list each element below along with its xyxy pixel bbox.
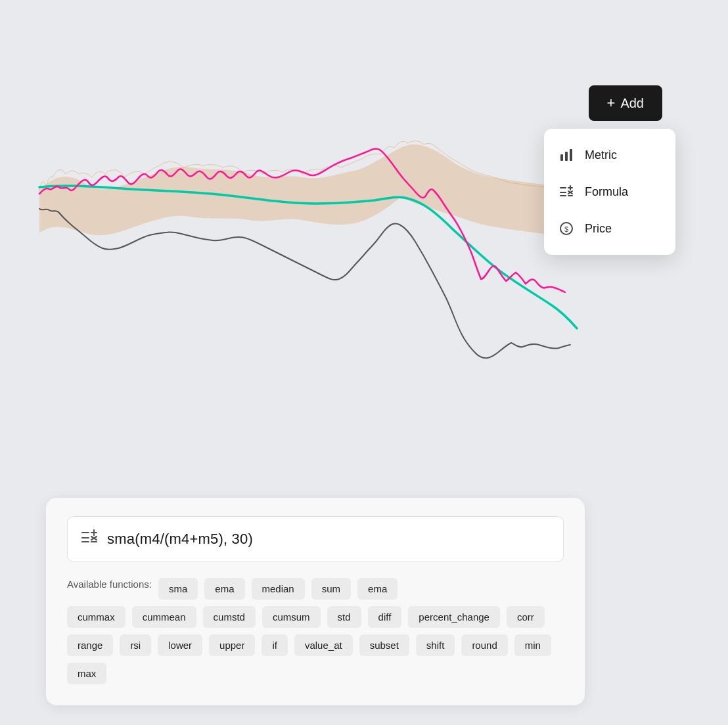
function-tag-percent-change[interactable]: percent_change (408, 606, 500, 628)
function-tag-ema[interactable]: ema (357, 578, 398, 600)
metric-label: Metric (585, 148, 617, 162)
function-tag-min[interactable]: min (514, 634, 551, 656)
function-tag-median[interactable]: median (252, 578, 305, 600)
formula-input-icon (81, 529, 98, 550)
formula-panel: sma(m4/(m4+m5), 30) Available functions:… (46, 498, 585, 705)
dropdown-item-price[interactable]: $ Price (544, 210, 675, 247)
formula-value: sma(m4/(m4+m5), 30) (107, 531, 253, 548)
function-tag-lower[interactable]: lower (158, 634, 202, 656)
available-label: Available functions: (67, 579, 152, 590)
function-tag-std[interactable]: std (327, 606, 361, 628)
dropdown-menu: Metric Formula $ Price (544, 129, 675, 255)
price-label: Price (585, 222, 612, 236)
function-tag-cumsum[interactable]: cumsum (262, 606, 321, 628)
add-button[interactable]: + Add (589, 85, 662, 121)
chart-svg (0, 39, 591, 433)
function-tag-subset[interactable]: subset (359, 634, 409, 656)
formula-input-box[interactable]: sma(m4/(m4+m5), 30) (67, 516, 564, 562)
function-tag-corr[interactable]: corr (507, 606, 545, 628)
function-tag-sma[interactable]: sma (158, 578, 198, 600)
svg-rect-1 (560, 154, 563, 161)
function-tag-rsi[interactable]: rsi (120, 634, 151, 656)
function-tag-cummax[interactable]: cummax (67, 606, 125, 628)
plus-icon: + (607, 95, 616, 112)
bar-chart-icon (557, 146, 576, 164)
svg-text:$: $ (564, 225, 568, 233)
function-tag-value-at[interactable]: value_at (294, 634, 353, 656)
function-tag-round[interactable]: round (461, 634, 507, 656)
svg-rect-0 (0, 46, 591, 427)
function-tag-upper[interactable]: upper (209, 634, 255, 656)
add-button-label: Add (620, 96, 644, 111)
dropdown-item-metric[interactable]: Metric (544, 137, 675, 173)
formula-label: Formula (585, 185, 628, 199)
dropdown-item-formula[interactable]: Formula (544, 173, 675, 210)
functions-row: cummaxcummeancumstdcumsumstddiffpercent_… (67, 606, 564, 684)
function-tag-max[interactable]: max (67, 663, 106, 684)
svg-rect-3 (570, 149, 572, 161)
price-icon: $ (557, 219, 576, 238)
function-tag-shift[interactable]: shift (416, 634, 455, 656)
function-tag-diff[interactable]: diff (368, 606, 402, 628)
function-tag-if[interactable]: if (262, 634, 288, 656)
function-tag-sum[interactable]: sum (311, 578, 351, 600)
formula-icon (557, 183, 576, 201)
function-tag-cummean[interactable]: cummean (132, 606, 196, 628)
function-tag-ema[interactable]: ema (204, 578, 244, 600)
svg-rect-2 (565, 152, 568, 161)
function-tag-cumstd[interactable]: cumstd (203, 606, 256, 628)
available-functions-section: Available functions:smaemamediansumema c… (67, 578, 564, 684)
function-tag-range[interactable]: range (67, 634, 113, 656)
